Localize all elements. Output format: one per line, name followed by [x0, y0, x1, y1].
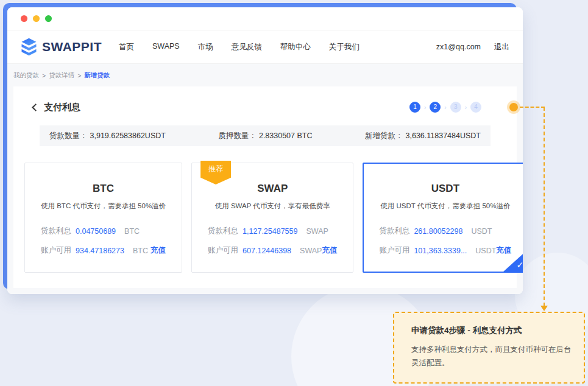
card-subtitle: 使用 SWAP 代币支付，享有最低费率 [208, 202, 337, 211]
available-row: 账户可用 101,363.3339... USDT 充值 [379, 245, 511, 256]
back-chevron-icon [32, 104, 40, 111]
page-title: 支付利息 [44, 102, 80, 113]
available-value: 101,363.3339... [414, 247, 467, 255]
available-row: 账户可用 607.12446398 SWAP 充值 [208, 245, 337, 256]
payment-card-swap[interactable]: 推荐 SWAP 使用 SWAP 代币支付，享有最低费率 贷款利息 1,127.2… [191, 163, 353, 273]
step-3: 3 [450, 102, 461, 113]
available-label: 账户可用 [379, 245, 409, 256]
step-1: 1 [409, 102, 420, 113]
summary-pledge-amount: 质押数量：2.8330507 BTC [218, 131, 312, 141]
back-button[interactable]: 支付利息 [33, 102, 80, 113]
available-unit: USDT [475, 247, 496, 255]
step-2: 2 [430, 102, 441, 113]
annotation-connector-vertical [544, 107, 545, 306]
title-row: 支付利息 1 › 2 › 3 › 4 [24, 86, 506, 123]
header-user-area: zx1@qq.com 退出 [436, 42, 509, 52]
summary-pledge-label: 质押数量： [218, 132, 257, 140]
interest-value: 0.04750689 [76, 227, 116, 236]
window-body: 我的贷款 > 贷款详情 > 新增贷款 支付利息 1 › 2 › [7, 64, 523, 294]
window-minimize-button[interactable] [33, 15, 40, 22]
brand-logo[interactable]: SWAPPIT [21, 38, 102, 56]
breadcrumb-item-new-loan: 新增贷款 [84, 71, 110, 80]
recommended-badge: 推荐 [200, 161, 231, 184]
loan-summary-bar: 贷款数量：3,919.62583862USDT 质押数量：2.8330507 B… [40, 125, 491, 146]
interest-row: 贷款利息 0.04750689 BTC [41, 226, 166, 236]
summary-new-loan-value: 3,636.11837484USDT [406, 132, 481, 140]
recharge-link[interactable]: 充值 [151, 245, 166, 256]
summary-loan-label: 贷款数量： [49, 132, 88, 140]
user-email: zx1@qq.com [436, 43, 481, 51]
available-unit: BTC [133, 247, 148, 255]
step-separator-icon: › [465, 104, 467, 111]
nav-item-swaps[interactable]: SWAPS [152, 42, 180, 52]
nav-item-help[interactable]: 帮助中心 [280, 42, 311, 52]
content-panel: 支付利息 1 › 2 › 3 › 4 贷款数量：3,919.62583862US… [13, 86, 517, 288]
interest-label: 贷款利息 [208, 226, 238, 236]
callout-title: 申请贷款4步骤 - 利息支付方式 [411, 325, 572, 336]
nav-item-about[interactable]: 关于我们 [329, 42, 360, 52]
browser-window: SWAPPIT 首页 SWAPS 市场 意见反馈 帮助中心 关于我们 zx1@q… [7, 7, 523, 294]
interest-unit: USDT [471, 227, 492, 236]
step-separator-icon: › [424, 104, 426, 111]
summary-loan-amount: 贷款数量：3,919.62583862USDT [49, 131, 166, 141]
available-label: 账户可用 [41, 245, 71, 256]
window-titlebar [7, 7, 523, 30]
summary-new-loan-amount: 新增贷款：3,636.11837484USDT [365, 131, 481, 141]
nav-item-feedback[interactable]: 意见反馈 [232, 42, 262, 52]
interest-value: 261.80052298 [414, 227, 462, 236]
nav-item-home[interactable]: 首页 [119, 42, 134, 52]
nav-item-market[interactable]: 市场 [198, 42, 213, 52]
card-subtitle: 使用 BTC 代币支付，需要承担 50%溢价 [41, 202, 166, 211]
breadcrumb-item-my-loans[interactable]: 我的贷款 [13, 71, 39, 80]
annotation-arrow-icon [540, 306, 548, 311]
card-title: USDT [379, 183, 511, 195]
recharge-link[interactable]: 充值 [322, 245, 337, 256]
interest-unit: BTC [124, 227, 140, 236]
card-title: SWAP [208, 183, 337, 195]
available-label: 账户可用 [208, 245, 238, 256]
breadcrumb: 我的贷款 > 贷款详情 > 新增贷款 [7, 64, 523, 86]
window-maximize-button[interactable] [45, 15, 52, 22]
interest-label: 贷款利息 [41, 226, 71, 236]
swappit-logo-icon [21, 38, 37, 56]
available-value: 934.47186273 [76, 247, 124, 255]
annotation-connector-horizontal [520, 107, 545, 108]
interest-value: 1,127.25487559 [243, 227, 297, 236]
card-title: BTC [41, 183, 166, 195]
summary-loan-value: 3,919.62583862USDT [90, 132, 166, 140]
payment-card-btc[interactable]: BTC 使用 BTC 代币支付，需要承担 50%溢价 贷款利息 0.047506… [24, 163, 182, 273]
summary-pledge-value: 2.8330507 BTC [259, 132, 313, 140]
interest-unit: SWAP [306, 227, 328, 236]
breadcrumb-separator: > [42, 72, 46, 79]
available-unit: SWAP [300, 247, 322, 255]
annotation-dot [509, 103, 518, 111]
breadcrumb-separator: > [77, 72, 81, 79]
brand-name: SWAPPIT [42, 40, 102, 54]
main-nav: 首页 SWAPS 市场 意见反馈 帮助中心 关于我们 [119, 42, 360, 52]
available-row: 账户可用 934.47186273 BTC 充值 [41, 245, 166, 256]
page: SWAPPIT 首页 SWAPS 市场 意见反馈 帮助中心 关于我们 zx1@q… [0, 0, 588, 386]
card-subtitle: 使用 USDT 代币支付，需要承担 50%溢价 [379, 202, 511, 211]
payment-options: BTC 使用 BTC 代币支付，需要承担 50%溢价 贷款利息 0.047506… [24, 163, 506, 273]
step-4: 4 [470, 102, 481, 113]
summary-new-loan-label: 新增贷款： [365, 132, 403, 140]
interest-row: 贷款利息 261.80052298 USDT [379, 226, 511, 236]
app-header: SWAPPIT 首页 SWAPS 市场 意见反馈 帮助中心 关于我们 zx1@q… [7, 30, 523, 64]
check-icon: ✓ [517, 260, 523, 270]
interest-label: 贷款利息 [379, 226, 409, 236]
callout-body: 支持多种利息支付方式，而且支付币种可在后台灵活配置。 [411, 343, 572, 370]
payment-card-usdt[interactable]: USDT 使用 USDT 代币支付，需要承担 50%溢价 贷款利息 261.80… [363, 163, 523, 273]
logout-button[interactable]: 退出 [494, 42, 509, 52]
annotation-callout: 申请贷款4步骤 - 利息支付方式 支持多种利息支付方式，而且支付币种可在后台灵活… [393, 312, 585, 384]
interest-row: 贷款利息 1,127.25487559 SWAP [208, 226, 337, 236]
step-indicator: 1 › 2 › 3 › 4 [409, 102, 481, 113]
breadcrumb-item-loan-detail[interactable]: 贷款详情 [49, 71, 74, 80]
step-separator-icon: › [444, 104, 446, 111]
window-close-button[interactable] [21, 15, 27, 22]
available-value: 607.12446398 [243, 247, 291, 255]
